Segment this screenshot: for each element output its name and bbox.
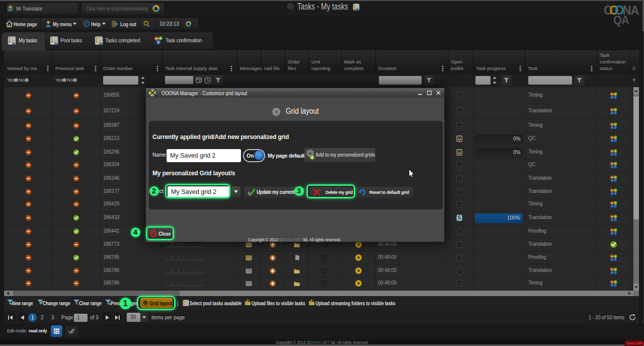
svg-text:?: ? — [614, 232, 616, 235]
svg-text:?: ? — [614, 165, 616, 169]
svg-text:?: ? — [157, 40, 159, 45]
svg-text:?: ? — [614, 139, 616, 143]
svg-text:?: ? — [86, 22, 88, 26]
svg-text:?: ? — [614, 192, 616, 195]
svg-text:?: ? — [614, 218, 616, 222]
svg-text:?: ? — [614, 204, 616, 208]
svg-text:?: ? — [614, 179, 616, 182]
svg-text:?: ? — [614, 126, 616, 129]
svg-text:?: ? — [614, 153, 616, 156]
svg-text:?: ? — [614, 271, 616, 274]
svg-text:?: ? — [614, 111, 616, 115]
svg-text:?: ? — [614, 258, 616, 261]
svg-text:?: ? — [614, 96, 616, 99]
svg-text:?: ? — [614, 284, 616, 287]
